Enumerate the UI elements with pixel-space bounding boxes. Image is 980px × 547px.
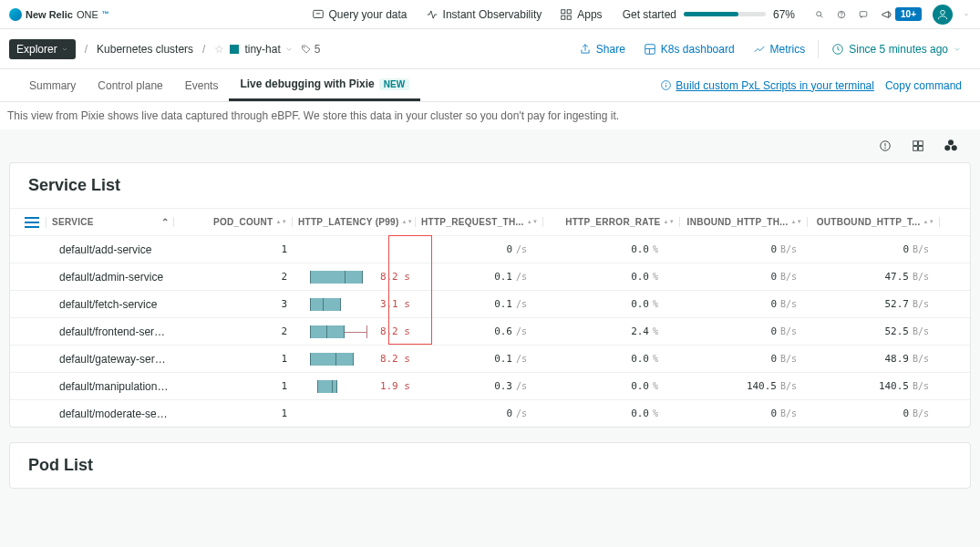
svg-point-12 (304, 46, 304, 47)
request-throughput: 0/s (416, 408, 543, 419)
logo-icon (9, 8, 22, 21)
breadcrumb-bar: Explorer / Kubernetes clusters / ☆ tiny-… (0, 29, 980, 69)
table-row[interactable]: default/admin-service 2 8.2 s 0.1/s 0.0%… (10, 263, 970, 290)
notif-badge: 10+ (895, 7, 922, 21)
col-latency[interactable]: HTTP_LATENCY (P99)▲▼ (293, 217, 416, 227)
content-area: Service List SERVICE⌃ POD_COUNT▲▼ HTTP_L… (0, 129, 980, 547)
star-icon[interactable]: ☆ (214, 43, 224, 56)
brand-logo[interactable]: New Relic ONE™ (9, 8, 109, 21)
tags-button[interactable]: 5 (301, 43, 321, 56)
latency-boxplot (310, 298, 365, 311)
tab-control-plane[interactable]: Control plane (87, 69, 173, 101)
table-row[interactable]: default/moderate-servi... 1 0/s 0.0% 0B/… (10, 399, 970, 427)
table-row[interactable]: default/gateway-service 1 8.2 s 0.1/s 0.… (10, 345, 970, 372)
explorer-button[interactable]: Explorer (9, 39, 76, 59)
error-rate: 0.0% (543, 243, 680, 255)
k8s-clusters-crumb[interactable]: Kubernetes clusters (97, 43, 193, 56)
table-row[interactable]: default/frontend-service 2 8.2 s 0.6/s 2… (10, 317, 970, 345)
info-icon (660, 79, 672, 91)
request-throughput: 0.1/s (416, 353, 543, 365)
outbound-throughput: 0B/s (808, 243, 940, 255)
build-pxl-scripts-link[interactable]: Build custom PxL Scripts in your termina… (660, 79, 874, 92)
inbound-throughput: 0B/s (680, 243, 808, 255)
top-header: New Relic ONE™ Query your data Instant O… (0, 0, 980, 29)
query-your-data-link[interactable]: Query your data (312, 8, 407, 21)
query-icon (312, 8, 325, 21)
brand-suffix: ONE (77, 9, 98, 20)
svg-rect-26 (919, 147, 923, 151)
cluster-name[interactable]: tiny-hat (244, 43, 280, 56)
latency-cell: 8.2 s (293, 271, 416, 284)
pod-count: 1 (174, 243, 293, 255)
error-rate: 0.0% (543, 353, 680, 365)
outbound-throughput: 52.5B/s (808, 325, 940, 337)
warning-icon[interactable] (876, 137, 894, 155)
share-button[interactable]: Share (579, 43, 625, 56)
get-started-progress[interactable]: Get started 67% (623, 8, 795, 21)
pod-count: 2 (174, 325, 293, 337)
outbound-throughput: 52.7B/s (808, 298, 940, 310)
col-error-rate[interactable]: HTTP_ERROR_RATE▲▼ (543, 217, 680, 227)
chevron-down-icon[interactable] (284, 45, 294, 54)
svg-point-6 (817, 11, 821, 15)
inbound-throughput: 0B/s (680, 408, 808, 419)
latency-boxplot (310, 271, 365, 284)
share-icon (579, 43, 592, 56)
col-request-throughput[interactable]: HTTP_REQUEST_TH...▲▼ (416, 217, 543, 227)
error-rate: 0.0% (543, 408, 680, 419)
megaphone-icon (881, 8, 893, 21)
svg-rect-10 (860, 11, 867, 15)
svg-rect-4 (562, 15, 565, 19)
col-outbound[interactable]: OUTBOUND_HTTP_T...▲▼ (808, 217, 940, 227)
time-picker[interactable]: Since 5 minutes ago (831, 43, 962, 56)
hamburger-icon[interactable] (25, 217, 39, 228)
error-rate: 0.0% (543, 271, 680, 283)
grid-icon (560, 8, 573, 21)
latency-cell: 8.2 s (293, 325, 416, 338)
svg-rect-0 (313, 10, 323, 17)
svg-rect-2 (562, 9, 565, 13)
pod-count: 1 (174, 408, 293, 419)
col-pod-count[interactable]: POD_COUNT▲▼ (174, 217, 293, 227)
col-inbound[interactable]: INBOUND_HTTP_TH...▲▼ (680, 217, 808, 227)
dashboard-icon (644, 43, 656, 56)
svg-point-28 (952, 145, 957, 150)
chevron-down-icon (61, 46, 68, 53)
error-rate: 0.0% (543, 298, 680, 310)
tab-events[interactable]: Events (174, 69, 230, 101)
chevron-down-icon[interactable] (962, 8, 971, 21)
table-header: SERVICE⌃ POD_COUNT▲▼ HTTP_LATENCY (P99)▲… (10, 208, 970, 235)
grid-view-icon[interactable] (909, 137, 927, 155)
inbound-throughput: 0B/s (680, 325, 808, 337)
tab-summary[interactable]: Summary (18, 69, 87, 101)
table-row[interactable]: default/fetch-service 3 3.1 s 0.1/s 0.0%… (10, 290, 970, 317)
apps-link[interactable]: Apps (560, 8, 602, 21)
service-name: default/moderate-servi... (46, 408, 174, 420)
instant-observability-link[interactable]: Instant Observability (426, 8, 542, 21)
pod-count: 2 (174, 271, 293, 283)
col-service[interactable]: SERVICE⌃ (46, 217, 174, 227)
metrics-button[interactable]: Metrics (753, 43, 806, 56)
help-icon[interactable] (835, 8, 848, 21)
k8s-dashboard-button[interactable]: K8s dashboard (644, 43, 735, 56)
copy-command-link[interactable]: Copy command (885, 79, 962, 92)
tag-icon (301, 44, 312, 55)
clock-icon (831, 43, 844, 56)
service-list-panel: Service List SERVICE⌃ POD_COUNT▲▼ HTTP_L… (9, 162, 971, 428)
announce-button[interactable]: 10+ (879, 5, 923, 23)
tab-pixie[interactable]: Live debugging with Pixie NEW (229, 69, 420, 101)
request-throughput: 0.1/s (416, 298, 543, 310)
svg-rect-13 (645, 44, 655, 54)
svg-point-11 (941, 10, 945, 15)
service-name: default/add-service (46, 243, 174, 256)
search-icon[interactable] (813, 8, 826, 21)
table-row[interactable]: default/manipulation-s... 1 1.9 s 0.3/s … (10, 372, 970, 399)
user-avatar[interactable] (933, 5, 953, 25)
table-row[interactable]: default/add-service 1 0/s 0.0% 0B/s 0B/s (10, 235, 970, 263)
cluster-view-icon[interactable] (942, 137, 960, 155)
request-throughput: 0/s (416, 243, 543, 255)
chat-icon[interactable] (857, 8, 870, 21)
pod-list-title: Pod List (10, 456, 970, 488)
svg-point-27 (944, 145, 950, 150)
progress-bar (684, 12, 766, 16)
